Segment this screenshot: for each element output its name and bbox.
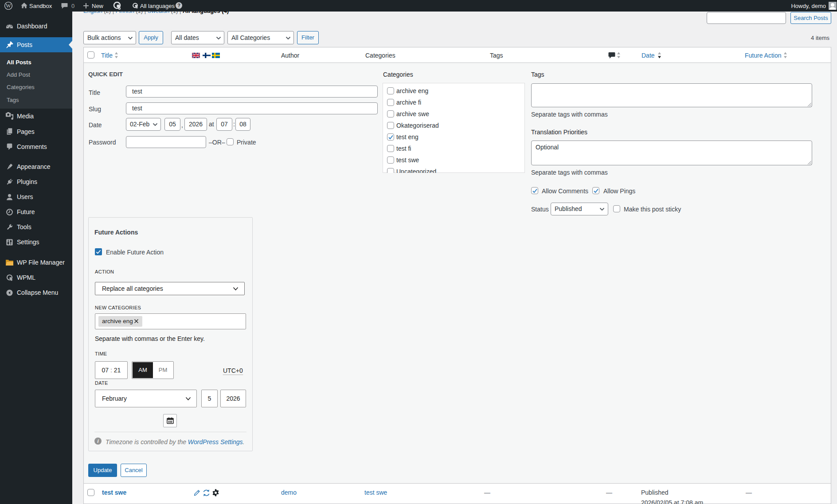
svg-text:W: W	[6, 3, 11, 9]
